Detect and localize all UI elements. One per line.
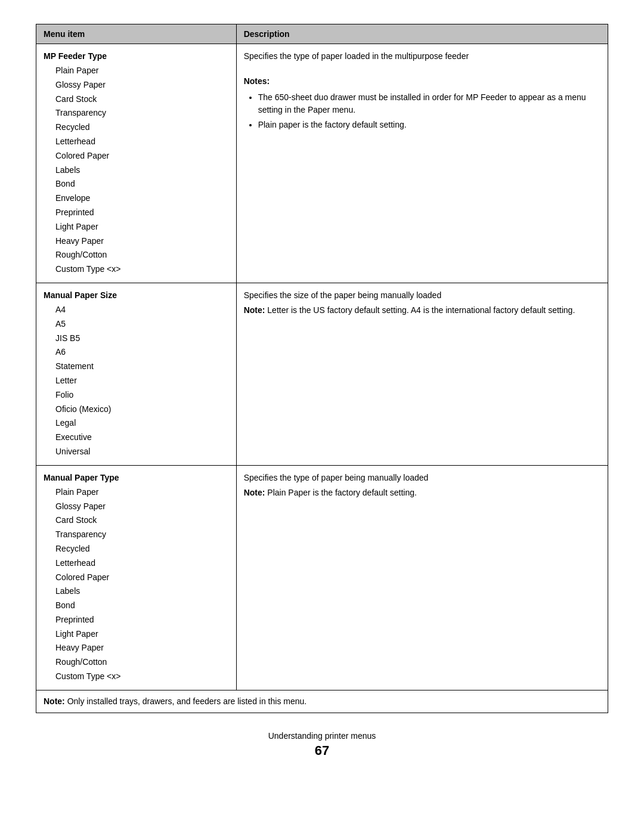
list-item: A5 xyxy=(55,317,229,332)
table-row: Manual Paper Type Plain Paper Glossy Pap… xyxy=(36,465,608,690)
menu-sub-items-mp-feeder: Plain Paper Glossy Paper Card Stock Tran… xyxy=(44,64,229,277)
page-footer: Understanding printer menus 67 xyxy=(36,731,608,758)
list-item: Letterhead xyxy=(55,135,229,149)
list-item: Transparency xyxy=(55,106,229,120)
header-description: Description xyxy=(236,24,608,44)
list-item: Labels xyxy=(55,584,229,599)
list-item: Plain Paper xyxy=(55,485,229,500)
note-block: Note: Plain Paper is the factory default… xyxy=(244,487,600,499)
list-item: Custom Type <x> xyxy=(55,670,229,684)
footer-note-cell: Note: Only installed trays, drawers, and… xyxy=(36,690,608,713)
list-item: Bond xyxy=(55,599,229,613)
list-item: Plain Paper xyxy=(55,64,229,78)
list-item: Light Paper xyxy=(55,627,229,642)
desc-cell-mp-feeder: Specifies the type of paper loaded in th… xyxy=(236,44,608,283)
page-number: 67 xyxy=(36,743,608,758)
list-item: Oficio (Mexico) xyxy=(55,402,229,417)
list-item: Card Stock xyxy=(55,92,229,107)
note-label: Note: xyxy=(244,488,265,497)
desc-cell-manual-paper-size: Specifies the size of the paper being ma… xyxy=(236,283,608,465)
menu-main-label: Manual Paper Type xyxy=(44,472,229,484)
list-item: Glossy Paper xyxy=(55,78,229,92)
list-item: A4 xyxy=(55,303,229,317)
list-item: Preprinted xyxy=(55,613,229,627)
list-item: Statement xyxy=(55,360,229,374)
description-text: Specifies the size of the paper being ma… xyxy=(244,289,600,302)
list-item: Custom Type <x> xyxy=(55,262,229,277)
list-item: Universal xyxy=(55,445,229,459)
footer-note-label: Note: xyxy=(44,696,65,706)
list-item: Legal xyxy=(55,416,229,431)
notes-list: The 650-sheet duo drawer must be install… xyxy=(244,91,600,131)
list-item: Card Stock xyxy=(55,513,229,528)
list-item: Letter xyxy=(55,374,229,388)
menu-main-label: MP Feeder Type xyxy=(44,50,229,63)
list-item: Labels xyxy=(55,163,229,178)
notes-label: Notes: xyxy=(244,76,270,86)
list-item: Envelope xyxy=(55,191,229,206)
menu-sub-items-manual-paper-size: A4 A5 JIS B5 A6 Statement Letter Folio O… xyxy=(44,303,229,459)
menu-sub-items-manual-paper-type: Plain Paper Glossy Paper Card Stock Tran… xyxy=(44,485,229,684)
list-item: Recycled xyxy=(55,120,229,135)
footer-note-text: Only installed trays, drawers, and feede… xyxy=(67,696,307,706)
footer-note-row: Note: Only installed trays, drawers, and… xyxy=(36,690,608,713)
list-item: Preprinted xyxy=(55,206,229,220)
menu-main-label: Manual Paper Size xyxy=(44,289,229,302)
note-block: Note: Letter is the US factory default s… xyxy=(244,304,600,317)
list-item: Rough/Cotton xyxy=(55,248,229,262)
list-item: Light Paper xyxy=(55,220,229,234)
list-item: Plain paper is the factory default setti… xyxy=(258,119,600,131)
table-row: Manual Paper Size A4 A5 JIS B5 A6 Statem… xyxy=(36,283,608,465)
list-item: Bond xyxy=(55,177,229,191)
page-container: Menu item Description MP Feeder Type Pla… xyxy=(36,24,608,758)
list-item: Colored Paper xyxy=(55,149,229,163)
main-table: Menu item Description MP Feeder Type Pla… xyxy=(36,24,608,713)
table-row: MP Feeder Type Plain Paper Glossy Paper … xyxy=(36,44,608,283)
list-item: Glossy Paper xyxy=(55,500,229,514)
desc-cell-manual-paper-type: Specifies the type of paper being manual… xyxy=(236,465,608,690)
note-label: Note: xyxy=(244,305,265,315)
footer-text: Understanding printer menus xyxy=(268,731,376,741)
header-menu-item: Menu item xyxy=(36,24,237,44)
list-item: Colored Paper xyxy=(55,571,229,585)
menu-cell-manual-paper-size: Manual Paper Size A4 A5 JIS B5 A6 Statem… xyxy=(36,283,237,465)
list-item: Rough/Cotton xyxy=(55,655,229,670)
menu-cell-manual-paper-type: Manual Paper Type Plain Paper Glossy Pap… xyxy=(36,465,237,690)
list-item: JIS B5 xyxy=(55,332,229,346)
list-item: Letterhead xyxy=(55,556,229,571)
list-item: Recycled xyxy=(55,542,229,556)
description-text: Specifies the type of paper being manual… xyxy=(244,472,600,484)
description-text: Specifies the type of paper loaded in th… xyxy=(244,50,600,63)
note-text: Letter is the US factory default setting… xyxy=(267,305,575,315)
menu-cell-mp-feeder: MP Feeder Type Plain Paper Glossy Paper … xyxy=(36,44,237,283)
list-item: Executive xyxy=(55,431,229,445)
list-item: The 650-sheet duo drawer must be install… xyxy=(258,91,600,116)
list-item: Heavy Paper xyxy=(55,641,229,655)
note-text: Plain Paper is the factory default setti… xyxy=(267,488,417,497)
list-item: Folio xyxy=(55,388,229,402)
list-item: A6 xyxy=(55,345,229,360)
list-item: Transparency xyxy=(55,528,229,542)
notes-block: Notes: The 650-sheet duo drawer must be … xyxy=(244,75,600,131)
list-item: Heavy Paper xyxy=(55,234,229,249)
